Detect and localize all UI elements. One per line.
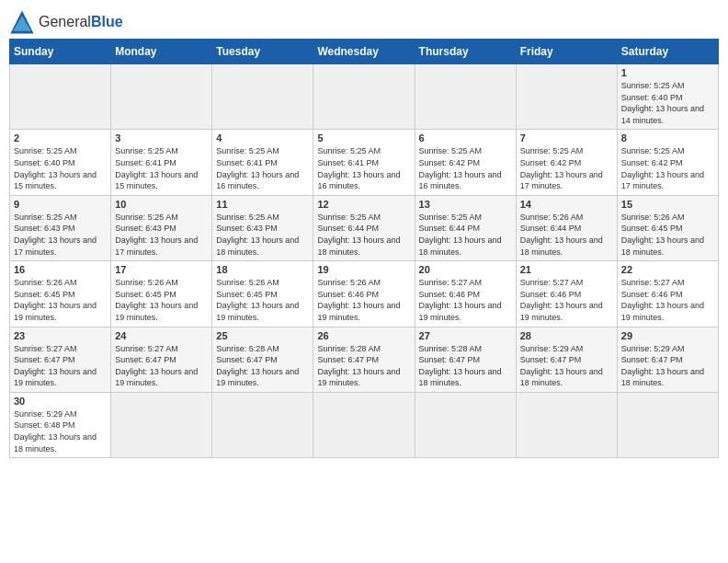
day-info: Sunrise: 5:25 AM Sunset: 6:44 PM Dayligh… — [317, 212, 410, 258]
day-info: Sunrise: 5:29 AM Sunset: 6:47 PM Dayligh… — [621, 343, 714, 389]
day-number: 15 — [621, 199, 714, 210]
day-info: Sunrise: 5:26 AM Sunset: 6:45 PM Dayligh… — [621, 212, 714, 258]
day-info: Sunrise: 5:25 AM Sunset: 6:43 PM Dayligh… — [14, 212, 107, 258]
calendar-week-row: 2Sunrise: 5:25 AM Sunset: 6:40 PM Daylig… — [10, 130, 719, 195]
day-number: 26 — [317, 330, 410, 341]
calendar-day-cell: 8Sunrise: 5:25 AM Sunset: 6:42 PM Daylig… — [617, 130, 718, 195]
day-info: Sunrise: 5:29 AM Sunset: 6:48 PM Dayligh… — [14, 408, 107, 454]
calendar-day-cell: 26Sunrise: 5:28 AM Sunset: 6:47 PM Dayli… — [313, 327, 415, 392]
calendar-day-cell — [415, 392, 516, 457]
day-info: Sunrise: 5:26 AM Sunset: 6:45 PM Dayligh… — [115, 277, 208, 323]
calendar-day-cell: 20Sunrise: 5:27 AM Sunset: 6:46 PM Dayli… — [415, 261, 516, 327]
calendar-day-cell: 11Sunrise: 5:25 AM Sunset: 6:43 PM Dayli… — [212, 195, 313, 260]
day-number: 13 — [419, 199, 512, 210]
calendar-day-cell: 4Sunrise: 5:25 AM Sunset: 6:41 PM Daylig… — [212, 130, 313, 195]
calendar-day-cell — [111, 392, 212, 457]
day-number: 3 — [115, 132, 208, 144]
day-info: Sunrise: 5:25 AM Sunset: 6:41 PM Dayligh… — [216, 145, 309, 191]
calendar-header-row: SundayMondayTuesdayWednesdayThursdayFrid… — [10, 40, 719, 64]
calendar-day-cell: 1Sunrise: 5:25 AM Sunset: 6:40 PM Daylig… — [617, 64, 718, 130]
calendar-day-cell — [617, 392, 718, 457]
day-info: Sunrise: 5:25 AM Sunset: 6:42 PM Dayligh… — [419, 145, 512, 191]
calendar-day-cell: 6Sunrise: 5:25 AM Sunset: 6:42 PM Daylig… — [415, 130, 516, 195]
calendar-day-cell — [313, 392, 415, 457]
calendar-day-cell — [313, 64, 415, 130]
calendar-day-cell — [516, 392, 617, 457]
day-number: 30 — [14, 396, 107, 407]
day-info: Sunrise: 5:28 AM Sunset: 6:47 PM Dayligh… — [317, 343, 410, 389]
day-info: Sunrise: 5:25 AM Sunset: 6:44 PM Dayligh… — [419, 212, 512, 258]
day-number: 18 — [216, 264, 309, 275]
day-info: Sunrise: 5:25 AM Sunset: 6:40 PM Dayligh… — [14, 145, 107, 191]
calendar-day-cell: 18Sunrise: 5:26 AM Sunset: 6:45 PM Dayli… — [212, 261, 313, 327]
calendar-day-cell: 22Sunrise: 5:27 AM Sunset: 6:46 PM Dayli… — [617, 261, 718, 327]
calendar-day-cell: 5Sunrise: 5:25 AM Sunset: 6:41 PM Daylig… — [313, 130, 415, 195]
day-number: 19 — [317, 264, 410, 275]
calendar-day-cell: 13Sunrise: 5:25 AM Sunset: 6:44 PM Dayli… — [415, 195, 516, 260]
day-header-sunday: Sunday — [10, 40, 111, 64]
logo: GeneralBlue — [9, 9, 123, 35]
calendar-day-cell: 24Sunrise: 5:27 AM Sunset: 6:47 PM Dayli… — [111, 327, 212, 392]
day-number: 21 — [520, 264, 613, 275]
calendar-day-cell: 14Sunrise: 5:26 AM Sunset: 6:44 PM Dayli… — [516, 195, 617, 260]
day-number: 16 — [14, 264, 107, 275]
day-header-wednesday: Wednesday — [313, 40, 415, 64]
day-info: Sunrise: 5:25 AM Sunset: 6:42 PM Dayligh… — [520, 145, 613, 191]
calendar-day-cell: 21Sunrise: 5:27 AM Sunset: 6:46 PM Dayli… — [516, 261, 617, 327]
calendar-day-cell — [111, 64, 212, 130]
day-number: 2 — [14, 132, 107, 144]
calendar-day-cell: 2Sunrise: 5:25 AM Sunset: 6:40 PM Daylig… — [10, 130, 111, 195]
calendar-table: SundayMondayTuesdayWednesdayThursdayFrid… — [9, 39, 719, 458]
day-info: Sunrise: 5:27 AM Sunset: 6:47 PM Dayligh… — [115, 343, 208, 389]
day-number: 5 — [317, 132, 410, 144]
calendar-day-cell: 23Sunrise: 5:27 AM Sunset: 6:47 PM Dayli… — [10, 327, 111, 392]
day-header-saturday: Saturday — [617, 40, 718, 64]
calendar-day-cell: 28Sunrise: 5:29 AM Sunset: 6:47 PM Dayli… — [516, 327, 617, 392]
calendar-week-row: 30Sunrise: 5:29 AM Sunset: 6:48 PM Dayli… — [10, 392, 719, 457]
calendar-week-row: 9Sunrise: 5:25 AM Sunset: 6:43 PM Daylig… — [10, 195, 719, 260]
day-info: Sunrise: 5:27 AM Sunset: 6:47 PM Dayligh… — [14, 343, 107, 389]
day-number: 27 — [419, 330, 512, 341]
calendar-day-cell: 17Sunrise: 5:26 AM Sunset: 6:45 PM Dayli… — [111, 261, 212, 327]
day-info: Sunrise: 5:28 AM Sunset: 6:47 PM Dayligh… — [419, 343, 512, 389]
calendar-day-cell: 19Sunrise: 5:26 AM Sunset: 6:46 PM Dayli… — [313, 261, 415, 327]
day-number: 20 — [419, 264, 512, 275]
day-number: 9 — [14, 199, 107, 210]
calendar-day-cell — [10, 64, 111, 130]
calendar-day-cell: 3Sunrise: 5:25 AM Sunset: 6:41 PM Daylig… — [111, 130, 212, 195]
day-header-friday: Friday — [516, 40, 617, 64]
generalblue-logo-icon — [9, 9, 35, 35]
day-number: 4 — [216, 132, 309, 144]
day-info: Sunrise: 5:26 AM Sunset: 6:44 PM Dayligh… — [520, 212, 613, 258]
day-info: Sunrise: 5:25 AM Sunset: 6:40 PM Dayligh… — [621, 80, 714, 126]
calendar-day-cell — [212, 392, 313, 457]
day-header-tuesday: Tuesday — [212, 40, 313, 64]
day-info: Sunrise: 5:29 AM Sunset: 6:47 PM Dayligh… — [520, 343, 613, 389]
day-info: Sunrise: 5:27 AM Sunset: 6:46 PM Dayligh… — [520, 277, 613, 323]
calendar-day-cell: 7Sunrise: 5:25 AM Sunset: 6:42 PM Daylig… — [516, 130, 617, 195]
day-number: 22 — [621, 264, 714, 275]
day-header-monday: Monday — [111, 40, 212, 64]
calendar-day-cell: 10Sunrise: 5:25 AM Sunset: 6:43 PM Dayli… — [111, 195, 212, 260]
calendar-day-cell — [415, 64, 516, 130]
day-number: 8 — [621, 132, 714, 144]
calendar-day-cell: 27Sunrise: 5:28 AM Sunset: 6:47 PM Dayli… — [415, 327, 516, 392]
day-number: 6 — [419, 132, 512, 144]
day-header-thursday: Thursday — [415, 40, 516, 64]
day-number: 24 — [115, 330, 208, 341]
day-info: Sunrise: 5:28 AM Sunset: 6:47 PM Dayligh… — [216, 343, 309, 389]
calendar-week-row: 23Sunrise: 5:27 AM Sunset: 6:47 PM Dayli… — [10, 327, 719, 392]
logo-text: GeneralBlue — [39, 14, 123, 30]
day-number: 28 — [520, 330, 613, 341]
calendar-week-row: 1Sunrise: 5:25 AM Sunset: 6:40 PM Daylig… — [10, 64, 719, 130]
calendar-day-cell: 9Sunrise: 5:25 AM Sunset: 6:43 PM Daylig… — [10, 195, 111, 260]
day-number: 29 — [621, 330, 714, 341]
calendar-day-cell: 29Sunrise: 5:29 AM Sunset: 6:47 PM Dayli… — [617, 327, 718, 392]
day-info: Sunrise: 5:27 AM Sunset: 6:46 PM Dayligh… — [419, 277, 512, 323]
day-info: Sunrise: 5:25 AM Sunset: 6:42 PM Dayligh… — [621, 145, 714, 191]
day-number: 23 — [14, 330, 107, 341]
day-info: Sunrise: 5:25 AM Sunset: 6:41 PM Dayligh… — [115, 145, 208, 191]
day-number: 14 — [520, 199, 613, 210]
calendar-day-cell: 15Sunrise: 5:26 AM Sunset: 6:45 PM Dayli… — [617, 195, 718, 260]
calendar-day-cell: 30Sunrise: 5:29 AM Sunset: 6:48 PM Dayli… — [10, 392, 111, 457]
